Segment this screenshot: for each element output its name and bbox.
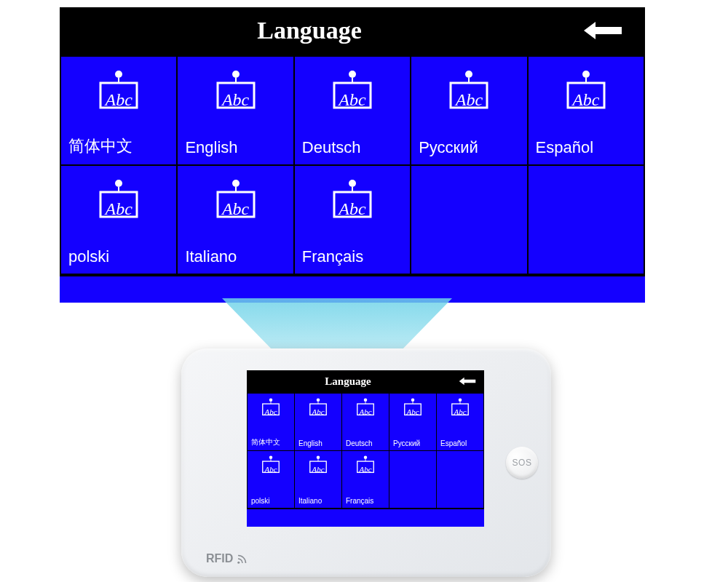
language-option[interactable]: Abcpolski [248,451,294,508]
language-label: polski [68,247,109,266]
svg-point-34 [411,398,414,401]
language-label: Italiano [185,247,237,266]
presentation-icon: Abc [96,70,141,112]
presentation-icon: Abc [446,70,491,112]
presentation-icon: Abc [403,398,423,417]
language-option[interactable]: AbcFrançais [295,166,410,274]
language-option[interactable]: Abc简体中文 [248,394,294,450]
screen-title: Language [60,7,559,54]
language-label: Español [440,439,467,447]
language-label: Русский [419,138,478,157]
language-label: 简体中文 [251,437,280,447]
language-option[interactable]: AbcDeutsch [342,394,389,450]
presentation-icon: Abc [96,179,141,221]
svg-point-9 [465,71,472,78]
abc-icon-text: Abc [106,90,132,110]
language-option[interactable]: AbcEspañol [529,57,644,164]
back-arrow-icon [458,376,477,386]
language-option[interactable]: AbcEnglish [178,57,293,164]
abc-icon-text: Abc [339,199,365,219]
svg-point-49 [238,562,240,564]
presentation-icon: Abc [261,398,281,417]
abc-icon-text: Abc [264,407,277,416]
device-panel: Language Abc简体中文 AbcEnglish AbcDeutsch A… [181,348,551,577]
abc-icon-text: Abc [406,407,419,416]
language-label: English [298,439,323,447]
abc-icon-text: Abc [456,90,483,110]
language-option[interactable]: AbcРусский [389,394,436,450]
device-titlebar: Language [247,370,484,392]
svg-point-37 [459,398,462,401]
device-screen-title: Language [247,370,449,392]
empty-cell [529,166,644,274]
abc-icon-text: Abc [264,465,277,474]
device-footer-strip [247,509,484,527]
presentation-icon: Abc [213,70,258,112]
presentation-icon: Abc [563,70,609,112]
abc-icon-text: Abc [454,407,466,416]
abc-icon-text: Abc [312,407,324,416]
language-label: Italiano [298,497,322,505]
presentation-icon: Abc [308,455,328,474]
abc-icon-text: Abc [339,90,365,110]
back-button[interactable] [559,7,645,54]
language-label: English [185,138,237,157]
device-back-button[interactable] [449,370,484,392]
svg-point-46 [364,455,367,458]
presentation-icon: Abc [261,455,281,474]
back-arrow-icon [581,19,625,42]
svg-point-3 [232,71,240,78]
svg-point-40 [269,455,272,458]
language-option[interactable]: Abc简体中文 [61,57,176,164]
language-label: Deutsch [346,439,373,447]
presentation-icon: Abc [355,398,376,417]
device-screen: Language Abc简体中文 AbcEnglish AbcDeutsch A… [247,370,484,526]
presentation-icon: Abc [308,398,328,417]
svg-point-31 [364,398,367,401]
titlebar: Language [60,7,645,54]
svg-point-15 [115,180,122,187]
empty-cell [437,451,483,508]
abc-icon-text: Abc [222,90,249,110]
presentation-icon: Abc [330,179,375,221]
empty-cell [389,451,436,508]
rfid-label: RFID [206,552,249,565]
language-label: polski [251,497,270,505]
language-option[interactable]: AbcРусский [411,57,526,164]
footer-strip [60,275,645,303]
abc-icon-text: Abc [312,465,324,474]
abc-icon-text: Abc [572,90,599,110]
language-option[interactable]: AbcItaliano [178,166,293,274]
sos-button[interactable]: SOS [506,447,538,479]
svg-point-12 [582,71,590,78]
abc-icon-text: Abc [359,465,371,474]
language-option[interactable]: AbcEnglish [295,394,341,450]
presentation-icon: Abc [450,398,470,417]
abc-icon-text: Abc [106,199,132,219]
language-label: 简体中文 [68,135,132,157]
language-label: Español [536,138,594,157]
language-option[interactable]: AbcEspañol [437,394,483,450]
language-label: Français [302,247,363,266]
language-option[interactable]: AbcFrançais [342,451,389,508]
empty-cell [411,166,526,274]
presentation-icon: Abc [355,455,376,474]
language-grid: Abc简体中文 AbcEnglish AbcDeutsch AbcРусский… [60,54,645,275]
svg-point-28 [317,398,320,401]
language-option[interactable]: Abcpolski [61,166,176,274]
svg-point-43 [317,455,320,458]
presentation-icon: Abc [330,70,375,112]
language-label: Français [346,497,373,505]
language-option[interactable]: AbcItaliano [295,451,341,508]
svg-point-21 [349,180,356,187]
language-option[interactable]: AbcDeutsch [295,57,410,164]
language-label: Русский [393,439,420,447]
language-screen-enlarged: Language Abc简体中文 AbcEnglish AbcDeutsch A… [60,7,645,298]
rfid-text: RFID [206,552,233,565]
language-label: Deutsch [302,138,361,157]
presentation-icon: Abc [213,179,258,221]
rfid-signal-icon [236,552,249,565]
svg-point-18 [232,180,240,187]
device-language-grid: Abc简体中文 AbcEnglish AbcDeutsch AbcРусский… [247,392,484,509]
abc-icon-text: Abc [359,407,371,416]
